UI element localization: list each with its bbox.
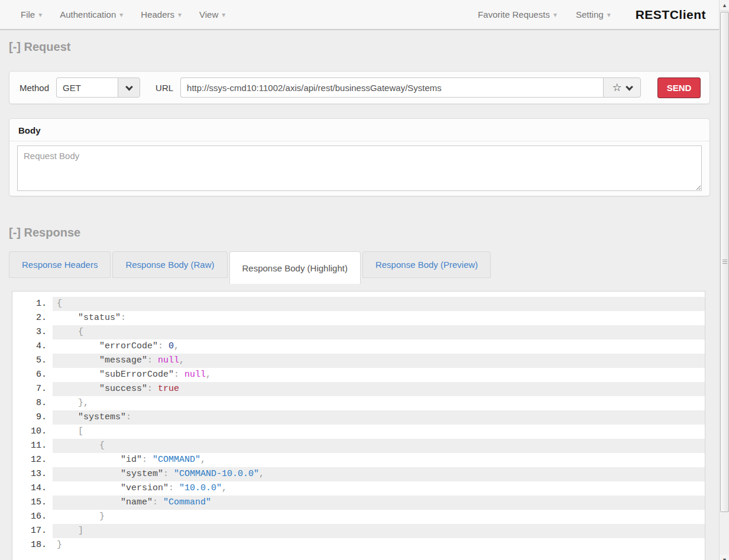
code-line: 8. }, [12,396,705,410]
tab-response-headers[interactable]: Response Headers [9,251,111,278]
code-line: 18.} [12,538,705,552]
code-line-content: "message": null, [53,354,705,368]
code-line-content: "id": "COMMAND", [53,453,705,467]
menu-view-label: View [199,9,218,20]
code-line: 13. "system": "COMMAND-10.0.0", [12,467,705,481]
method-label: Method [20,83,49,93]
menu-right-group: Favorite Requests ▾ Setting ▾ RESTClient [473,6,719,23]
code-line-content: "systems": [53,410,705,425]
tab-response-body-highlight[interactable]: Response Body (Highlight) [229,251,361,284]
code-line: 4. "errorCode": 0, [12,339,705,354]
response-body-highlight-panel: 1.{2. "status":3. {4. "errorCode": 0,5. … [12,291,705,560]
line-number: 13. [12,467,53,481]
tab-response-body-preview[interactable]: Response Body (Preview) [362,251,491,278]
line-number: 18. [12,538,53,552]
line-number: 7. [12,382,53,396]
line-number: 14. [12,481,53,496]
code-line-content: { [53,439,705,453]
code-line: 16. } [12,510,705,524]
menu-authentication-label: Authentication [60,9,116,20]
code-line-content: "status": [53,311,705,325]
menu-setting-label: Setting [576,9,604,20]
caret-down-icon: ▾ [607,11,611,18]
menu-favorite-requests-label: Favorite Requests [478,9,550,20]
code-line: 15. "name": "Command" [12,496,705,510]
scrollbar-thumb[interactable] [720,12,729,512]
menu-view[interactable]: View ▾ [195,6,234,23]
tab-response-body-raw[interactable]: Response Body (Raw) [112,251,227,278]
code-line-content: "system": "COMMAND-10.0.0", [53,467,705,481]
request-body-textarea[interactable] [17,145,702,191]
caret-down-icon: ▾ [178,11,182,18]
menu-favorite-requests[interactable]: Favorite Requests ▾ [473,6,565,23]
method-select-button[interactable] [118,77,140,98]
menu-headers[interactable]: Headers ▾ [136,6,190,23]
line-number: 11. [12,439,53,453]
scroll-up-button[interactable]: ▲ [720,0,729,11]
line-number: 17. [12,524,53,538]
code-line-content: "success": true [53,382,705,396]
menu-bar: File ▾ Authentication ▾ Headers ▾ View ▾… [0,0,719,30]
code-line-content: }, [53,396,705,410]
code-line: 5. "message": null, [12,354,705,368]
code-line: 14. "version": "10.0.0", [12,481,705,496]
menu-file[interactable]: File ▾ [16,6,50,23]
request-section-toggle[interactable]: [-] Request [9,40,70,54]
send-button[interactable]: SEND [657,77,701,98]
line-number: 6. [12,368,53,382]
chevron-down-icon[interactable] [626,83,633,90]
caret-down-icon: ▾ [222,11,225,18]
vertical-scrollbar[interactable]: ▲ ▼ [719,0,729,560]
url-group: ☆ [180,77,641,98]
scroll-up-arrow-icon: ▲ [722,2,727,8]
url-label: URL [155,83,173,93]
code-line-content: { [53,297,705,311]
code-line-content: "errorCode": 0, [53,339,705,354]
app-logo: RESTClient [636,8,706,22]
line-number: 10. [12,425,53,439]
restclient-window: File ▾ Authentication ▾ Headers ▾ View ▾… [0,0,729,560]
menu-authentication[interactable]: Authentication ▾ [55,6,131,23]
line-number: 9. [12,410,53,425]
caret-down-icon: ▾ [119,11,123,18]
response-section-toggle[interactable]: [-] Response [9,226,80,239]
scrollbar-grip-icon [722,260,727,264]
line-number: 12. [12,453,53,467]
code-line: 3. { [12,325,705,339]
method-select-value[interactable]: GET [56,77,118,98]
method-select[interactable]: GET [56,77,140,98]
code-line-content: } [53,538,705,552]
code-line-content: [ [53,425,705,439]
line-number: 3. [12,325,53,339]
request-bar: Method GET URL ☆ SEND [9,71,710,104]
caret-down-icon: ▾ [553,11,557,18]
menu-setting[interactable]: Setting ▾ [571,6,619,23]
code-line: 11. { [12,439,705,453]
code-line-content: { [53,325,705,339]
line-number: 16. [12,510,53,524]
code-line: 2. "status": [12,311,705,325]
code-line: 1.{ [12,297,705,311]
request-body-panel: Body [9,118,710,196]
code-line: 9. "systems": [12,410,705,425]
code-line-content: } [53,510,705,524]
code-line: 10. [ [12,425,705,439]
line-number: 4. [12,339,53,354]
line-number: 2. [12,311,53,325]
favorite-star-icon[interactable]: ☆ [612,82,621,93]
menu-headers-label: Headers [141,9,174,20]
menu-file-label: File [21,9,35,20]
line-number: 8. [12,396,53,410]
code-line: 17. ] [12,524,705,538]
code-line: 12. "id": "COMMAND", [12,453,705,467]
code-line-content: "version": "10.0.0", [53,481,705,496]
url-input[interactable] [180,77,603,98]
code-line-content: ] [53,524,705,538]
body-panel-title: Body [9,119,709,141]
code-line: 7. "success": true [12,382,705,396]
chevron-down-icon [125,83,133,90]
caret-down-icon: ▾ [38,11,42,18]
scroll-down-button[interactable]: ▼ [720,555,729,560]
url-favorite-group[interactable]: ☆ [603,77,641,98]
code-line-content: "subErrorCode": null, [53,368,705,382]
